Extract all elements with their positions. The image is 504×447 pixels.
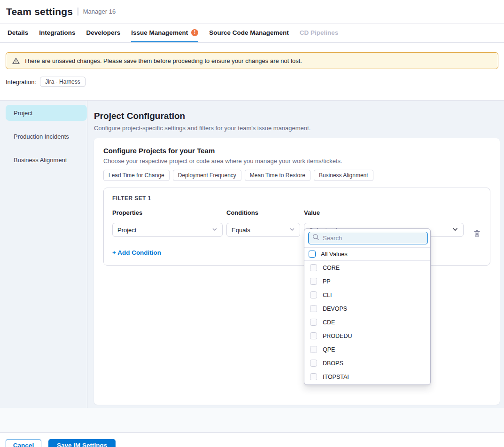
all-values-checkbox[interactable] — [309, 251, 316, 258]
tab-details[interactable]: Details — [8, 24, 28, 42]
banner-text: There are unsaved changes. Please save t… — [24, 57, 302, 64]
unsaved-changes-banner: There are unsaved changes. Please save t… — [6, 52, 498, 69]
pre-main-section: There are unsaved changes. Please save t… — [0, 52, 504, 99]
page-header: Team settings Manager 16 — [0, 0, 504, 24]
chevron-down-icon — [289, 227, 295, 234]
option-checkbox[interactable] — [310, 278, 317, 285]
dropdown-option-cli[interactable]: CLI — [304, 288, 430, 302]
dropdown-option-dbops[interactable]: DBOPS — [304, 356, 430, 370]
conditions-select[interactable]: Equals — [226, 223, 300, 237]
trash-icon — [473, 229, 481, 239]
sidebar-item-business-alignment[interactable]: Business Alignment — [6, 152, 87, 168]
dropdown-option-cde[interactable]: CDE — [304, 315, 430, 329]
dropdown-option-devops[interactable]: DEVOPS — [304, 302, 430, 315]
tab-cd-pipelines: CD Pipelines — [300, 24, 339, 42]
value-column: Value Select values... — [304, 209, 464, 237]
option-checkbox[interactable] — [310, 332, 317, 339]
chip-lead-time-for-change[interactable]: Lead Time for Change — [103, 170, 170, 181]
search-icon — [312, 234, 319, 243]
option-checkbox[interactable] — [310, 319, 317, 326]
im-sidebar: Project Production Incidents Business Al… — [0, 101, 87, 408]
tab-issue-management[interactable]: Issue Management ! — [131, 24, 198, 42]
option-checkbox[interactable] — [310, 305, 317, 312]
configure-projects-card: Configure Projects for your Team Choose … — [94, 138, 500, 405]
properties-select[interactable]: Project — [112, 223, 223, 237]
dropdown-option-itopstai[interactable]: ITOPSTAI — [304, 370, 430, 384]
properties-column: Properties Project — [112, 209, 223, 237]
value-column-header: Value — [304, 209, 464, 216]
search-box[interactable] — [308, 232, 428, 244]
sidebar-item-production-incidents[interactable]: Production Incidents — [6, 128, 87, 144]
dropdown-option-core[interactable]: CORE — [304, 261, 430, 274]
all-values-label: All Values — [321, 251, 348, 258]
chip-mean-time-to-restore[interactable]: Mean Time to Restore — [245, 170, 310, 181]
cancel-button[interactable]: Cancel — [6, 439, 41, 447]
delete-condition-button[interactable] — [472, 228, 482, 240]
dropdown-option-pipe[interactable]: PIPE — [304, 384, 430, 385]
integration-chip[interactable]: Jira - Harness — [40, 77, 85, 87]
save-im-settings-button[interactable]: Save IM Settings — [48, 439, 116, 447]
unsaved-changes-badge-icon: ! — [191, 29, 198, 36]
properties-column-header: Properties — [112, 209, 223, 216]
option-checkbox[interactable] — [310, 264, 317, 271]
tab-integrations[interactable]: Integrations — [39, 24, 75, 42]
main-area: Project Production Incidents Business Al… — [0, 100, 504, 408]
chip-deployment-frequency[interactable]: Deployment Frequency — [173, 170, 241, 181]
card-title: Configure Projects for your Team — [103, 147, 490, 155]
page-title: Team settings — [6, 6, 73, 17]
option-checkbox[interactable] — [310, 291, 317, 298]
chip-business-alignment[interactable]: Business Alignment — [314, 170, 373, 181]
all-values-option[interactable]: All Values — [304, 248, 430, 261]
integration-row: Integration: Jira - Harness — [6, 76, 498, 87]
option-checkbox[interactable] — [310, 346, 317, 353]
bottom-spacer — [0, 408, 504, 432]
project-configuration-section: Project Configuration Configure project-… — [87, 101, 504, 408]
add-condition-button[interactable]: + Add Condition — [112, 249, 161, 256]
tab-source-code-management[interactable]: Source Code Management — [209, 24, 289, 42]
warning-triangle-icon — [12, 57, 20, 64]
section-title: Project Configuration — [94, 111, 500, 121]
tab-developers[interactable]: Developers — [86, 24, 121, 42]
search-input[interactable] — [323, 235, 424, 242]
chevron-down-icon — [212, 227, 217, 234]
header-divider — [78, 8, 78, 16]
dropdown-option-pp[interactable]: PP — [304, 274, 430, 288]
sidebar-item-project[interactable]: Project — [6, 105, 87, 121]
conditions-column-header: Conditions — [226, 209, 300, 216]
dropdown-option-qpe[interactable]: QPE — [304, 343, 430, 356]
filter-condition-row: Properties Project Conditions Equals — [112, 209, 481, 240]
card-subtitle: Choose your respective project or code a… — [103, 157, 490, 165]
chevron-down-icon — [452, 226, 458, 234]
dropdown-search-section — [304, 229, 430, 248]
filter-set-title: FILTER SET 1 — [112, 195, 481, 202]
metric-chips-row: Lead Time for Change Deployment Frequenc… — [103, 170, 490, 181]
integration-label: Integration: — [6, 78, 36, 86]
settings-tab-bar: Details Integrations Developers Issue Ma… — [0, 24, 504, 43]
option-checkbox[interactable] — [310, 373, 317, 380]
team-name: Manager 16 — [83, 8, 116, 15]
footer-action-bar: Cancel Save IM Settings — [0, 432, 504, 447]
dropdown-option-prodedu[interactable]: PRODEDU — [304, 329, 430, 343]
values-dropdown: All Values CORE PP — [304, 228, 431, 385]
filter-set-panel: FILTER SET 1 Properties Project — [103, 188, 490, 266]
conditions-column: Conditions Equals — [226, 209, 300, 237]
option-checkbox[interactable] — [310, 360, 317, 367]
section-subtitle: Configure project-specific settings and … — [94, 125, 500, 132]
